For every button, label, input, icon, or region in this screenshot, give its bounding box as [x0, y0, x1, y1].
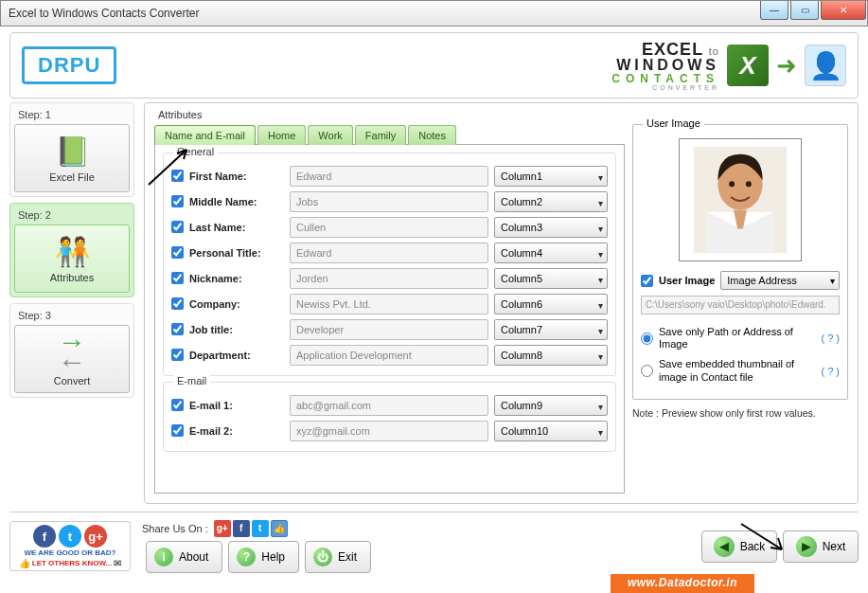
general-value[interactable]: Jobs [290, 191, 488, 212]
close-button[interactable]: ✕ [821, 1, 866, 20]
email-value[interactable]: xyz@gmail.com [290, 421, 488, 441]
general-checkbox[interactable] [171, 323, 184, 335]
save-embedded-radio[interactable] [641, 365, 653, 377]
email-label: E-mail 2: [189, 425, 284, 437]
general-checkbox[interactable] [171, 221, 184, 233]
save-path-label: Save only Path or Address of Image [659, 326, 815, 350]
general-checkbox[interactable] [171, 297, 184, 310]
tab-work[interactable]: Work [308, 125, 352, 145]
brand-text: EXCEL to WINDOWS CONTACTS CONVERTER [611, 41, 719, 91]
window-buttons: — ▭ ✕ [759, 1, 867, 26]
general-legend: General [173, 146, 218, 157]
good-bad-text: WE ARE GOOD OR BAD? [24, 548, 115, 557]
step-2-group: Step: 2 🧑‍🤝‍🧑 Attributes [9, 203, 134, 297]
user-image-source-select[interactable]: Image Address [720, 271, 840, 290]
tab-family[interactable]: Family [355, 125, 406, 145]
email-column-select[interactable]: Column9 [494, 395, 608, 416]
general-checkbox[interactable] [171, 349, 184, 361]
general-checkbox[interactable] [171, 272, 184, 284]
general-column-select[interactable]: Column2 [494, 191, 608, 212]
general-value[interactable]: Edward [290, 243, 488, 263]
exit-button[interactable]: ⏻Exit [305, 541, 371, 573]
brand-excel: EXCEL [642, 40, 703, 59]
user-photo-icon [680, 139, 801, 261]
general-value[interactable]: Developer [290, 319, 488, 340]
titlebar: Excel to Windows Contacts Converter — ▭ … [0, 0, 868, 27]
user-image-checkbox[interactable] [641, 275, 653, 287]
about-button[interactable]: iAbout [146, 541, 222, 573]
general-checkbox[interactable] [171, 195, 184, 207]
general-checkbox[interactable] [171, 170, 184, 182]
back-label: Back [740, 540, 766, 553]
step-3-text: Convert [54, 375, 91, 386]
help-save-path[interactable]: ( ? ) [821, 332, 840, 344]
tab-home[interactable]: Home [257, 125, 306, 145]
share-tw-icon[interactable]: t [252, 520, 269, 537]
step-convert-button[interactable]: →← Convert [14, 325, 130, 393]
general-column-select[interactable]: Column4 [494, 243, 608, 263]
general-value[interactable]: Edward [290, 166, 488, 187]
excel-x-icon: X [727, 45, 769, 86]
general-value[interactable]: Cullen [290, 217, 488, 238]
share-fb-icon[interactable]: f [233, 520, 250, 537]
back-arrow-icon: ◀ [714, 536, 735, 557]
user-image-path[interactable]: C:\Users\sony vaio\Desktop\photo\Edward. [641, 296, 840, 314]
save-embedded-radio-row: Save embedded thumbnail of image in Cont… [641, 358, 840, 383]
email-column-select[interactable]: Column10 [494, 421, 608, 441]
share-thumb-icon[interactable]: 👍 [271, 520, 288, 537]
general-label: Last Name: [189, 222, 284, 233]
general-column-select[interactable]: Column5 [494, 268, 608, 289]
let-others-text: LET OTHERS KNOW... [32, 559, 112, 567]
general-label: First Name: [189, 171, 284, 182]
general-label: Personal Title: [189, 247, 284, 259]
email-value[interactable]: abc@gmail.com [290, 395, 488, 416]
general-label: Company: [189, 298, 284, 310]
general-column-select[interactable]: Column8 [494, 345, 608, 366]
help-save-embedded[interactable]: ( ? ) [821, 366, 840, 377]
general-column-select[interactable]: Column1 [494, 166, 608, 187]
general-column-select[interactable]: Column7 [494, 319, 608, 340]
general-value[interactable]: Jorden [290, 268, 488, 289]
general-column-select[interactable]: Column3 [494, 217, 608, 238]
step-2-text: Attributes [50, 272, 94, 283]
main: Step: 1 📗 Excel File Step: 2 🧑‍🤝‍🧑 Attri… [0, 99, 868, 504]
attributes-icon: 🧑‍🤝‍🧑 [55, 235, 90, 268]
maximize-button[interactable]: ▭ [790, 1, 819, 20]
power-icon: ⏻ [313, 548, 332, 566]
google-plus-icon[interactable]: g+ [84, 525, 107, 548]
email-checkbox[interactable] [171, 399, 184, 411]
email-checkbox[interactable] [171, 424, 184, 437]
back-button[interactable]: ◀Back [701, 530, 777, 563]
share-gplus-icon[interactable]: g+ [214, 520, 231, 537]
tab-name-email[interactable]: Name and E-mail [154, 125, 256, 145]
user-photo-preview [679, 138, 802, 261]
twitter-icon[interactable]: t [59, 525, 81, 548]
help-button[interactable]: ?Help [228, 541, 299, 573]
general-checkbox[interactable] [171, 246, 184, 259]
save-path-radio[interactable] [641, 332, 653, 345]
next-arrow-icon: ▶ [796, 536, 817, 557]
attributes-label: Attributes [158, 109, 848, 120]
facebook-icon[interactable]: f [33, 525, 56, 548]
general-row: Department:Application DevelopmentColumn… [171, 342, 608, 368]
window-title: Excel to Windows Contacts Converter [9, 7, 759, 20]
step-1-label: Step: 1 [14, 107, 130, 124]
step-attributes-button[interactable]: 🧑‍🤝‍🧑 Attributes [14, 225, 130, 293]
general-row: Middle Name:JobsColumn2 [171, 189, 608, 214]
email-label: E-mail 1: [189, 400, 284, 411]
general-value[interactable]: Newiss Pvt. Ltd. [290, 294, 488, 314]
user-image-check-label: User Image [659, 275, 715, 286]
general-fieldset: General First Name:EdwardColumn1Middle N… [163, 153, 616, 376]
general-value[interactable]: Application Development [290, 345, 488, 366]
help-label: Help [261, 550, 285, 564]
next-button[interactable]: ▶Next [783, 530, 859, 563]
svg-point-3 [729, 181, 735, 187]
step-excel-file-button[interactable]: 📗 Excel File [14, 124, 130, 192]
minimize-button[interactable]: — [760, 1, 788, 20]
arrow-right-icon: ➜ [776, 51, 797, 81]
tab-notes[interactable]: Notes [408, 125, 456, 145]
exit-label: Exit [338, 550, 357, 564]
general-row: Company:Newiss Pvt. Ltd.Column6 [171, 291, 608, 316]
general-label: Nickname: [189, 273, 284, 284]
general-column-select[interactable]: Column6 [494, 294, 608, 314]
